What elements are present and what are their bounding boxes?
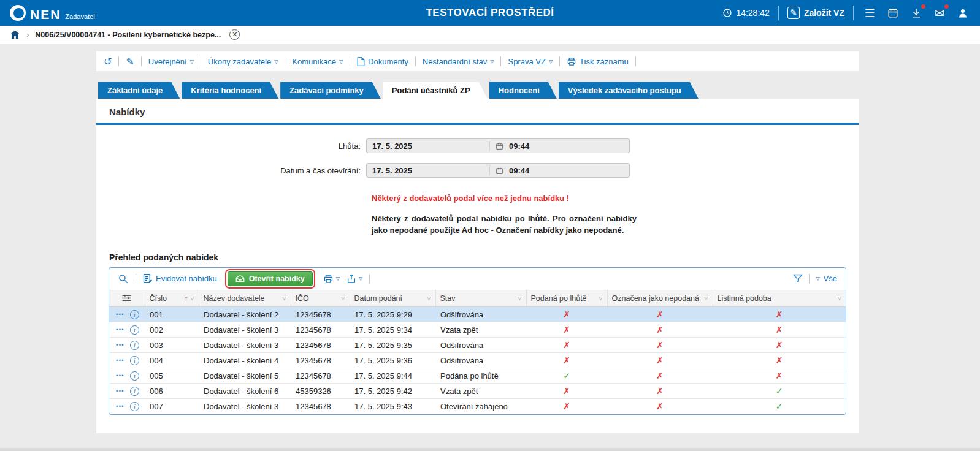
divider — [809, 274, 810, 284]
cell-oznacena-jako-nepodana: ✗ — [607, 307, 713, 322]
filter-caret-icon[interactable]: ▽ — [341, 295, 345, 301]
tabs: Základní údaje Kritéria hodnocení Zadáva… — [96, 82, 980, 99]
section-divider — [96, 123, 859, 125]
tab-zadavaci-podminky[interactable]: Zadávací podmínky — [280, 82, 381, 99]
menu-ukony-zadavatele[interactable]: Úkony zadavatele ▽ — [208, 57, 278, 66]
deadline-time-input[interactable]: 09:44 — [508, 142, 529, 151]
row-actions-icon[interactable]: ••• — [116, 357, 124, 363]
home-icon[interactable] — [10, 30, 20, 39]
opening-label: Datum a čas otevírání: — [96, 166, 366, 175]
menu-label: Úkony zadavatele — [208, 57, 271, 66]
table-row[interactable]: •••i005Dodavatel - školení 51234567817. … — [109, 368, 846, 384]
menu-label: Komunikace — [292, 57, 336, 66]
row-info-icon[interactable]: i — [130, 371, 139, 381]
create-vz-button[interactable]: ✎ Založit VZ — [787, 7, 844, 19]
menu-label: Správa VZ — [508, 57, 545, 66]
filter-caret-icon[interactable]: ▽ — [599, 295, 602, 301]
row-info-icon[interactable]: i — [130, 402, 139, 411]
table-row[interactable]: •••i007Dodavatel - školení 31234567817. … — [109, 399, 846, 414]
clock-time: 14:28:42 — [736, 8, 770, 18]
calendar-icon[interactable] — [886, 6, 900, 20]
cell-cislo: 005 — [145, 368, 199, 384]
filter-funnel-icon[interactable] — [793, 274, 803, 283]
brand[interactable]: NEN Zadavatel — [10, 5, 95, 21]
row-info-icon[interactable]: i — [130, 325, 139, 335]
column-header-ico[interactable]: IČO▽ — [291, 290, 350, 307]
menu-komunikace[interactable]: Komunikace ▽ — [292, 57, 343, 66]
cell-ico: 45359326 — [291, 384, 350, 399]
filter-caret-icon[interactable]: ▽ — [282, 295, 286, 301]
row-info-icon[interactable]: i — [130, 341, 139, 350]
user-icon[interactable] — [955, 6, 970, 20]
column-header-stav[interactable]: Stav▽ — [435, 290, 526, 307]
tab-vysledek-zadavaciho-postupu[interactable]: Výsledek zadávacího postupu — [559, 82, 699, 99]
opening-date-input[interactable]: 17. 5. 2025 — [367, 166, 489, 175]
row-actions-icon[interactable]: ••• — [116, 311, 124, 317]
close-icon[interactable]: ✕ — [229, 29, 240, 40]
column-header-podana-po-lhute[interactable]: Podaná po lhůtě▽ — [526, 290, 607, 307]
opening-field[interactable]: 17. 5. 2025 09:44 — [366, 163, 630, 178]
row-info-icon[interactable]: i — [130, 387, 139, 396]
row-actions-icon[interactable]: ••• — [116, 403, 124, 409]
search-supplier-icon[interactable] — [118, 273, 129, 284]
filter-caret-icon[interactable]: ▽ — [427, 295, 431, 301]
messages-icon[interactable]: ✉ — [932, 6, 947, 20]
cell-ico: 12345678 — [291, 399, 350, 414]
tab-podani-ucastniku-zp[interactable]: Podání účastníků ZP — [383, 82, 488, 99]
row-actions-icon[interactable]: ••• — [116, 388, 124, 394]
column-chooser-header[interactable] — [109, 290, 145, 307]
menu-sprava-vz[interactable]: Správa VZ ▽ — [508, 57, 553, 66]
cell-cislo: 006 — [145, 384, 199, 399]
menu-nestandardni-stav[interactable]: Nestandardní stav ▽ — [423, 57, 494, 66]
menu-tisk-zaznamu[interactable]: Tisk záznamu — [567, 57, 629, 66]
export-button[interactable]: ▽ — [346, 274, 362, 284]
filter-caret-icon[interactable]: ▽ — [838, 295, 841, 301]
column-header-listinna-podoba[interactable]: Listinná podoba▽ — [713, 290, 846, 307]
row-actions-icon[interactable]: ••• — [116, 342, 124, 348]
deadline-date-input[interactable]: 17. 5. 2025 — [367, 142, 489, 151]
filter-caret-icon[interactable]: ▽ — [704, 295, 708, 301]
sort-ascending-icon[interactable]: ↑ — [184, 294, 188, 303]
cell-listinna-podoba: ✗ — [713, 353, 846, 368]
menu-icon[interactable]: ☰ — [862, 6, 877, 20]
deadline-field[interactable]: 17. 5. 2025 09:44 — [366, 138, 630, 153]
column-header-datum-podani[interactable]: Datum podání▽ — [350, 290, 435, 307]
row-actions-icon[interactable]: ••• — [116, 373, 124, 379]
filter-all-dropdown[interactable]: ▽ Vše — [816, 274, 837, 283]
print-table-button[interactable]: ▽ — [323, 274, 340, 284]
history-icon[interactable]: ↺ — [104, 56, 112, 67]
downloads-icon[interactable] — [909, 6, 924, 20]
register-offer-button[interactable]: Evidovat nabídku — [143, 274, 217, 283]
column-header-cislo[interactable]: Číslo ↑ ▽ — [145, 290, 199, 307]
table-row[interactable]: •••i006Dodavatel - školení 64535932617. … — [109, 384, 846, 399]
column-header-oznacena-jako-nepodana[interactable]: Označena jako nepodaná▽ — [607, 290, 713, 307]
column-header-nazev-dodavatele[interactable]: Název dodavatele▽ — [199, 290, 291, 307]
calendar-icon[interactable] — [489, 165, 508, 175]
chevron-down-icon: ▽ — [274, 59, 278, 64]
table-row[interactable]: •••i004Dodavatel - školení 41234567817. … — [109, 353, 846, 368]
cell-podana-po-lhute: ✗ — [526, 399, 607, 414]
menu-uverejneni[interactable]: Uveřejnění ▽ — [148, 57, 194, 66]
row-info-icon[interactable]: i — [130, 356, 139, 365]
cell-listinna-podoba: ✓ — [713, 399, 846, 414]
content-panel: Nabídky Lhůta: 17. 5. 2025 09:44 Datum a… — [96, 99, 859, 433]
open-offers-button[interactable]: Otevřít nabídky — [228, 271, 313, 286]
cell-oznacena-jako-nepodana: ✗ — [607, 368, 713, 384]
menu-dokumenty[interactable]: Dokumenty — [357, 57, 408, 66]
tab-zakladni-udaje[interactable]: Základní údaje — [98, 82, 180, 99]
offers-table-toolbar: Evidovat nabídku Otevřít nabídky ▽ ▽ — [109, 268, 846, 290]
tab-kriteria-hodnoceni[interactable]: Kritéria hodnocení — [182, 82, 278, 99]
table-row[interactable]: •••i003Dodavatel - školení 31234567817. … — [109, 338, 846, 353]
breadcrumb-item[interactable]: N006/25/V00004741 - Posílení kybernetick… — [35, 31, 221, 39]
calendar-icon[interactable] — [489, 141, 508, 151]
filter-caret-icon[interactable]: ▽ — [518, 295, 521, 301]
opening-time-input[interactable]: 09:44 — [508, 166, 529, 175]
row-actions-icon[interactable]: ••• — [116, 327, 124, 333]
column-chooser-icon[interactable] — [121, 294, 132, 302]
tab-hodnoceni[interactable]: Hodnocení — [489, 82, 557, 99]
edit-icon[interactable]: ✎ — [126, 56, 134, 67]
filter-caret-icon[interactable]: ▽ — [190, 295, 194, 301]
row-info-icon[interactable]: i — [130, 310, 139, 319]
table-row[interactable]: •••i001Dodavatel - školení 21234567817. … — [109, 307, 846, 322]
table-row[interactable]: •••i002Dodavatel - školení 31234567817. … — [109, 322, 846, 338]
